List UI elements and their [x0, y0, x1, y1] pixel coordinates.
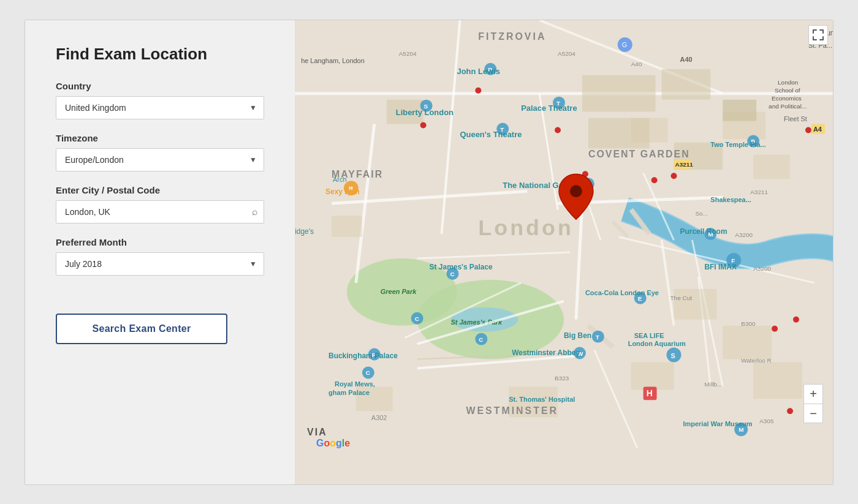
- svg-text:London Aquarium: London Aquarium: [628, 339, 686, 347]
- svg-text:A305: A305: [759, 418, 774, 424]
- svg-point-61: [772, 325, 778, 331]
- svg-text:FITZROVIA: FITZROVIA: [478, 31, 546, 41]
- svg-text:C: C: [450, 270, 454, 277]
- svg-text:A3200: A3200: [753, 265, 771, 271]
- svg-text:Economics: Economics: [772, 94, 802, 101]
- svg-text:Purcell Room: Purcell Room: [680, 227, 727, 236]
- svg-point-63: [805, 127, 811, 133]
- svg-point-58: [671, 173, 677, 179]
- svg-text:A3211: A3211: [750, 189, 768, 195]
- svg-text:S: S: [671, 352, 675, 359]
- sidebar: Find Exam Location Country United Kingdo…: [25, 20, 295, 484]
- svg-text:Fleet St: Fleet St: [784, 115, 807, 122]
- svg-text:Sexy Fish: Sexy Fish: [325, 187, 360, 196]
- svg-text:Google: Google: [316, 438, 350, 448]
- month-select[interactable]: July 2018 August 2018 September 2018 Oct…: [56, 252, 264, 276]
- svg-text:and Political...: and Political...: [769, 102, 807, 109]
- fullscreen-button[interactable]: [808, 25, 828, 45]
- city-search-icon-button[interactable]: ⌕: [252, 206, 258, 217]
- svg-text:Two Temple Pla...: Two Temple Pla...: [710, 141, 765, 148]
- svg-rect-42: [631, 362, 674, 389]
- svg-point-55: [555, 127, 561, 133]
- timezone-label: Timezone: [56, 133, 264, 143]
- zoom-in-icon: +: [810, 385, 817, 403]
- svg-text:WESTMINSTER: WESTMINSTER: [466, 405, 558, 416]
- svg-rect-39: [753, 154, 790, 179]
- svg-text:St. Thomas' Hospital: St. Thomas' Hospital: [509, 396, 575, 403]
- svg-text:Queen's Theatre: Queen's Theatre: [460, 130, 522, 139]
- country-select[interactable]: United Kingdom United States Canada Aust…: [56, 96, 264, 119]
- map-zoom-controls: + −: [803, 384, 823, 423]
- svg-text:G: G: [622, 40, 628, 48]
- svg-text:A4: A4: [813, 125, 822, 132]
- svg-text:Buckingham Palace: Buckingham Palace: [328, 351, 398, 359]
- svg-text:H: H: [647, 388, 653, 398]
- svg-point-62: [787, 408, 793, 414]
- svg-rect-41: [723, 325, 772, 359]
- month-select-wrapper: July 2018 August 2018 September 2018 Oct…: [56, 252, 264, 276]
- svg-rect-32: [662, 69, 711, 99]
- svg-rect-37: [631, 118, 668, 142]
- svg-text:C: C: [415, 315, 419, 322]
- svg-text:A40: A40: [680, 55, 693, 62]
- svg-text:Arch: Arch: [333, 176, 347, 183]
- svg-rect-45: [753, 362, 802, 399]
- svg-text:T: T: [596, 333, 599, 340]
- svg-point-60: [793, 316, 799, 322]
- svg-text:Big Ben: Big Ben: [564, 331, 591, 339]
- svg-text:The Cut: The Cut: [670, 294, 693, 301]
- svg-text:C: C: [366, 369, 370, 376]
- search-exam-center-button[interactable]: Search Exam Center: [56, 314, 227, 344]
- svg-text:Palace Theatre: Palace Theatre: [521, 103, 577, 112]
- svg-rect-40: [674, 288, 717, 319]
- svg-text:John Lewis: John Lewis: [457, 66, 500, 75]
- zoom-out-button[interactable]: −: [803, 404, 823, 423]
- svg-text:Shakespea...: Shakespea...: [710, 196, 751, 203]
- svg-text:A3211: A3211: [675, 161, 694, 168]
- city-label: Enter City / Postal Code: [56, 185, 264, 195]
- svg-text:COVENT GARDEN: COVENT GARDEN: [588, 149, 690, 159]
- svg-point-54: [420, 122, 427, 128]
- zoom-out-icon: −: [810, 404, 817, 423]
- svg-text:School of: School of: [775, 86, 800, 93]
- svg-text:he Langham, London: he Langham, London: [301, 56, 365, 64]
- svg-point-53: [475, 87, 481, 93]
- svg-text:A302: A302: [371, 414, 387, 421]
- timezone-select[interactable]: Europe/London America/New_York America/L…: [56, 148, 264, 171]
- main-container: Find Exam Location Country United Kingdo…: [25, 20, 833, 485]
- svg-text:B323: B323: [555, 375, 569, 382]
- search-button-container: Search Exam Center: [56, 314, 264, 344]
- country-field-group: Country United Kingdom United States Can…: [56, 81, 264, 119]
- map-svg: Green Park St James's Park: [295, 20, 833, 484]
- country-select-wrapper: United Kingdom United States Canada Aust…: [56, 96, 264, 119]
- city-input[interactable]: [56, 200, 264, 224]
- svg-text:Millb...: Millb...: [704, 381, 722, 388]
- svg-text:Westminster Abbey: Westminster Abbey: [512, 348, 580, 356]
- svg-rect-31: [582, 75, 656, 111]
- svg-text:Green Park: Green Park: [381, 287, 417, 295]
- month-label: Preferred Month: [56, 237, 264, 247]
- country-label: Country: [56, 81, 264, 91]
- svg-text:C: C: [479, 336, 483, 342]
- svg-text:So...: So...: [695, 210, 708, 217]
- map-area: Green Park St James's Park: [295, 20, 833, 484]
- svg-text:Waterloo R: Waterloo R: [741, 356, 772, 363]
- svg-rect-46: [723, 99, 756, 121]
- svg-text:London: London: [778, 78, 798, 85]
- search-icon: ⌕: [252, 206, 258, 217]
- svg-text:idge's: idge's: [295, 227, 314, 236]
- zoom-in-button[interactable]: +: [803, 384, 823, 404]
- fullscreen-icon: [813, 29, 824, 40]
- svg-text:gham Palace: gham Palace: [328, 389, 370, 396]
- svg-text:London: London: [478, 216, 573, 240]
- svg-text:A40: A40: [631, 60, 642, 67]
- svg-text:Imperial War Museum: Imperial War Museum: [683, 420, 752, 427]
- svg-point-157: [570, 185, 582, 197]
- city-field-group: Enter City / Postal Code ⌕: [56, 185, 264, 224]
- svg-text:Royal Mews,: Royal Mews,: [335, 380, 375, 388]
- svg-text:A5204: A5204: [399, 50, 417, 56]
- svg-text:BFI IMAX: BFI IMAX: [704, 262, 736, 271]
- svg-rect-36: [332, 216, 362, 237]
- timezone-select-wrapper: Europe/London America/New_York America/L…: [56, 148, 264, 171]
- svg-point-57: [651, 177, 658, 183]
